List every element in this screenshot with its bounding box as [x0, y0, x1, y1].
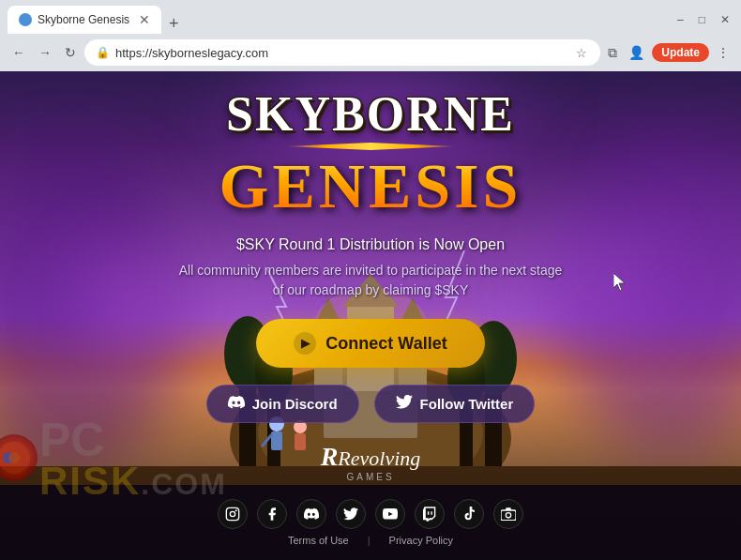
subtitle-main: $SKY Round 1 Distribution is Now Open [179, 236, 563, 253]
social-buttons-row: Join Discord Follow Twitter [206, 385, 536, 423]
address-bar-row: ← → ↻ 🔒 https://skyborneslegacy.com ☆ ⧉ … [0, 34, 741, 71]
back-button[interactable]: ← [8, 42, 30, 63]
twitter-icon [396, 395, 413, 413]
bookmark-icon[interactable]: ☆ [574, 44, 589, 62]
svg-point-27 [230, 511, 234, 516]
privacy-policy-link[interactable]: Privacy Policy [389, 535, 453, 546]
footer-bar: Terms of Use | Privacy Policy [0, 485, 741, 560]
revolving-label: Revolving [338, 446, 420, 470]
svg-point-30 [506, 513, 510, 518]
connect-wallet-label: Connect Wallet [325, 334, 446, 354]
logo-container: SKYBORNE GENESIS [219, 90, 522, 218]
revolving-r: R [321, 442, 339, 471]
browser-actions: ⧉ 👤 Update ⋮ [604, 41, 733, 65]
address-field[interactable]: 🔒 https://skyborneslegacy.com ☆ [84, 39, 600, 66]
terms-of-use-link[interactable]: Terms of Use [288, 535, 349, 546]
tab-favicon [19, 13, 32, 26]
tab-title: Skyborne Genesis [38, 13, 129, 26]
page-content: SKYBORNE GENESIS $SKY Round 1 Distributi… [0, 71, 741, 560]
update-button[interactable]: Update [652, 43, 709, 62]
discord-icon [228, 396, 245, 413]
footer-discord-icon[interactable] [296, 499, 326, 529]
wallet-icon: ▶ [294, 332, 316, 355]
close-window-button[interactable]: ✕ [717, 11, 733, 28]
tab-area: Skyborne Genesis ✕ + [8, 6, 673, 34]
new-tab-button[interactable]: + [163, 13, 185, 34]
twitch-icon[interactable] [415, 499, 445, 529]
instagram-icon[interactable] [218, 499, 248, 529]
join-discord-button[interactable]: Join Discord [206, 385, 359, 423]
footer-social-icons [218, 499, 523, 529]
subtitle-sub-line1: All community members are invited to par… [179, 263, 563, 278]
browser-chrome: Skyborne Genesis ✕ + – □ ✕ ← → ↻ 🔒 https… [0, 0, 741, 71]
subtitle-sub: All community members are invited to par… [179, 261, 563, 300]
forward-button[interactable]: → [34, 42, 56, 63]
subtitle-area: $SKY Round 1 Distribution is Now Open Al… [179, 236, 563, 300]
footer-twitter-icon[interactable] [336, 499, 366, 529]
footer-links: Terms of Use | Privacy Policy [288, 535, 453, 546]
revolving-sublabel: GAMES [321, 472, 421, 482]
minimize-button[interactable]: – [673, 11, 688, 28]
logo-skyborne: SKYBORNE [219, 90, 522, 139]
svg-rect-29 [501, 510, 516, 521]
youtube-icon[interactable] [375, 499, 405, 529]
address-icons: ☆ [574, 44, 589, 62]
follow-twitter-label: Follow Twitter [420, 396, 514, 412]
menu-button[interactable]: ⋮ [713, 41, 733, 64]
logo-genesis: GENESIS [219, 154, 522, 218]
lock-icon: 🔒 [96, 46, 110, 59]
logo-decoration [277, 143, 464, 150]
tiktok-icon[interactable] [454, 499, 484, 529]
subtitle-sub-line2: of our roadmap by claiming $SKY [273, 282, 469, 297]
extensions-button[interactable]: ⧉ [604, 41, 621, 65]
connect-wallet-button[interactable]: ▶ Connect Wallet [256, 319, 484, 368]
facebook-icon[interactable] [257, 499, 287, 529]
camera-icon[interactable] [493, 499, 523, 529]
svg-rect-26 [226, 507, 238, 520]
window-controls: – □ ✕ [673, 11, 733, 28]
follow-twitter-button[interactable]: Follow Twitter [374, 385, 536, 423]
footer-divider: | [368, 535, 370, 546]
refresh-button[interactable]: ↻ [60, 42, 81, 63]
maximize-button[interactable]: □ [695, 11, 709, 28]
title-bar: Skyborne Genesis ✕ + – □ ✕ [0, 0, 741, 34]
revolving-games-logo: RRevolving GAMES [321, 442, 421, 482]
profile-button[interactable]: 👤 [625, 41, 648, 64]
tab-close-btn[interactable]: ✕ [139, 13, 150, 26]
svg-point-28 [235, 509, 237, 511]
url-text: https://skyborneslegacy.com [115, 46, 568, 60]
join-discord-label: Join Discord [252, 396, 338, 412]
browser-tab[interactable]: Skyborne Genesis ✕ [8, 6, 161, 34]
